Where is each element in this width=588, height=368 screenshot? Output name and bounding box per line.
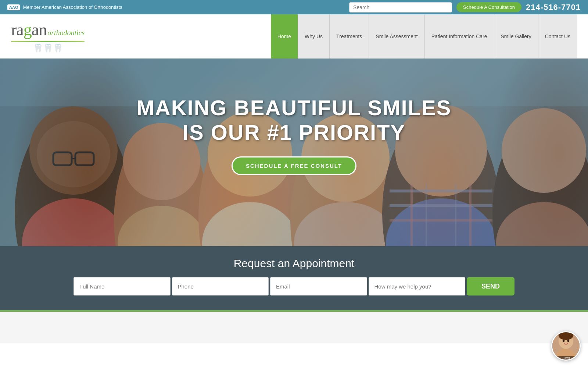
full-name-input[interactable]	[74, 277, 171, 296]
logo-name: ragan	[11, 20, 47, 39]
nav-bar: ragan orthodontics 🦷🦷🦷 Home Why Us Treat…	[0, 14, 588, 59]
hero-title-line1: MAKING BEAUTIFUL SMILES	[0, 95, 588, 120]
nav-smile-gallery[interactable]: Smile Gallery	[494, 14, 538, 59]
search-input[interactable]	[349, 2, 452, 13]
email-input[interactable]	[270, 277, 367, 296]
logo-underline	[11, 41, 85, 42]
message-input[interactable]	[369, 277, 466, 296]
logo-ortho: orthodontics	[47, 29, 85, 37]
bottom-section	[0, 310, 588, 343]
main-nav: Home Why Us Treatments Smile Assessment …	[129, 14, 577, 59]
top-bar: AAO Member American Association of Ortho…	[0, 0, 588, 14]
schedule-consultation-button[interactable]: Schedule A Consultation	[456, 2, 521, 12]
hero-content: MAKING BEAUTIFUL SMILES IS OUR #1 PRIORI…	[0, 59, 588, 175]
nav-treatments[interactable]: Treatments	[330, 14, 369, 59]
top-bar-right: Schedule A Consultation 214-516-7701	[349, 2, 581, 13]
svg-point-34	[563, 340, 565, 342]
appointment-title: Request an Appointment	[7, 257, 581, 270]
nav-patient-information-care[interactable]: Patient Information Care	[425, 14, 494, 59]
top-bar-left: AAO Member American Association of Ortho…	[7, 4, 122, 10]
phone-input[interactable]	[172, 277, 269, 296]
logo-area: ragan orthodontics 🦷🦷🦷	[11, 20, 129, 53]
hero-section: MAKING BEAUTIFUL SMILES IS OUR #1 PRIORI…	[0, 59, 588, 246]
member-text: Member American Association of Orthodont…	[23, 4, 122, 10]
logo-teeth: 🦷🦷🦷	[11, 43, 85, 53]
nav-smile-assessment[interactable]: Smile Assessment	[369, 14, 424, 59]
nav-contact-us[interactable]: Contact Us	[538, 14, 577, 59]
appointment-form: SEND	[74, 277, 514, 296]
aao-badge: AAO	[7, 4, 20, 10]
logo: ragan orthodontics 🦷🦷🦷	[11, 20, 85, 53]
free-consult-button[interactable]: SCHEDULE A FREE CONSULT	[232, 156, 356, 175]
svg-point-35	[567, 340, 570, 342]
nav-why-us[interactable]: Why Us	[298, 14, 330, 59]
hero-title-line2: IS OUR #1 PRIORITY	[0, 120, 588, 145]
phone-number: 214-516-7701	[526, 3, 581, 12]
nav-home[interactable]: Home	[271, 14, 298, 59]
appointment-section: Request an Appointment SEND	[0, 246, 588, 310]
send-button[interactable]: SEND	[467, 277, 514, 296]
